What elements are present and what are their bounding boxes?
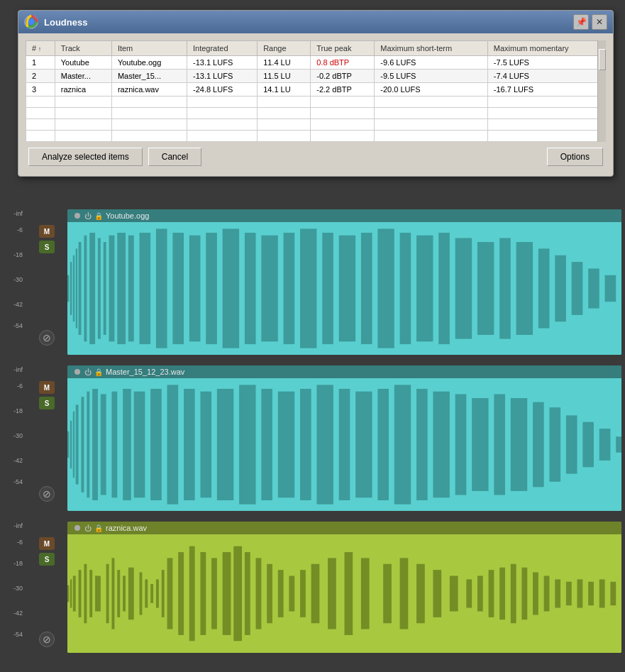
table-cell: raznica [55, 83, 111, 97]
col-header-max-short[interactable]: Maximum short-term [375, 41, 488, 56]
table-cell: Youtube [55, 56, 111, 70]
col-header-integrated[interactable]: Integrated [187, 41, 257, 56]
dialog-title-left: Loudness [24, 15, 87, 29]
scrollbar[interactable] [597, 40, 606, 142]
loudness-table: # Track Item Integrated Range True peak … [26, 40, 606, 142]
app-icon [24, 15, 38, 29]
table-cell: raznica.wav [111, 83, 187, 97]
table-cell: -13.1 LUFS [187, 56, 257, 70]
options-button[interactable]: Options [547, 148, 603, 166]
table-cell: 1 [26, 56, 55, 70]
dialog-buttons: Analyze selected items Cancel Options [26, 142, 606, 169]
table-cell: 14.1 LU [258, 83, 311, 97]
svg-point-132 [28, 19, 34, 25]
table-row[interactable]: 1YoutubeYoutube.ogg-13.1 LUFS11.4 LU0.8 … [26, 56, 606, 70]
empty-row [26, 119, 606, 131]
empty-row [26, 97, 606, 108]
col-header-track[interactable]: Track [55, 41, 111, 56]
dialog-title: Loudness [44, 17, 87, 28]
col-header-item[interactable]: Item [111, 41, 187, 56]
table-cell: -24.8 LUFS [187, 83, 257, 97]
analyze-button[interactable]: Analyze selected items [28, 148, 143, 166]
table-cell: 3 [26, 83, 55, 97]
table-cell: 0.8 dBTP [311, 56, 375, 70]
table-row[interactable]: 3raznicaraznica.wav-24.8 LUFS14.1 LU-2.2… [26, 83, 606, 97]
table-cell: -20.0 LUFS [375, 83, 488, 97]
table-cell: -13.1 LUFS [187, 70, 257, 83]
dialog-btn-left: Analyze selected items Cancel [28, 148, 201, 166]
col-header-range[interactable]: Range [258, 41, 311, 56]
table-cell: 2 [26, 70, 55, 83]
table-cell: -0.2 dBTP [311, 70, 375, 83]
loudness-dialog: Loudness 📌 ✕ # Track Item Integrated [18, 10, 614, 177]
table-cell: Master... [55, 70, 111, 83]
table-scroll-area[interactable]: # Track Item Integrated Range True peak … [26, 40, 606, 142]
table-cell: -7.5 LUFS [487, 56, 605, 70]
dialog-title-buttons: 📌 ✕ [573, 14, 607, 30]
table-cell: 11.5 LU [258, 70, 311, 83]
pin-button[interactable]: 📌 [573, 14, 589, 30]
table-cell: -9.5 LUFS [375, 70, 488, 83]
empty-row [26, 108, 606, 119]
table-cell: -7.4 LUFS [487, 70, 605, 83]
dialog-content: # Track Item Integrated Range True peak … [18, 33, 613, 176]
col-header-num[interactable]: # [26, 41, 55, 56]
table-cell: -9.6 LUFS [375, 56, 488, 70]
dialog-overlay: Loudness 📌 ✕ # Track Item Integrated [0, 0, 625, 672]
table-cell: Master_15... [111, 70, 187, 83]
empty-row [26, 131, 606, 142]
col-header-true-peak[interactable]: True peak [311, 41, 375, 56]
scrollbar-thumb[interactable] [599, 49, 606, 70]
table-cell: -16.7 LUFS [487, 83, 605, 97]
col-header-max-moment[interactable]: Maximum momentary [487, 41, 605, 56]
table-cell: -2.2 dBTP [311, 83, 375, 97]
dialog-titlebar: Loudness 📌 ✕ [18, 11, 613, 33]
table-row[interactable]: 2Master...Master_15...-13.1 LUFS11.5 LU-… [26, 70, 606, 83]
table-cell: 11.4 LU [258, 56, 311, 70]
close-button[interactable]: ✕ [592, 14, 607, 30]
table-cell: Youtube.ogg [111, 56, 187, 70]
cancel-button[interactable]: Cancel [148, 148, 201, 166]
